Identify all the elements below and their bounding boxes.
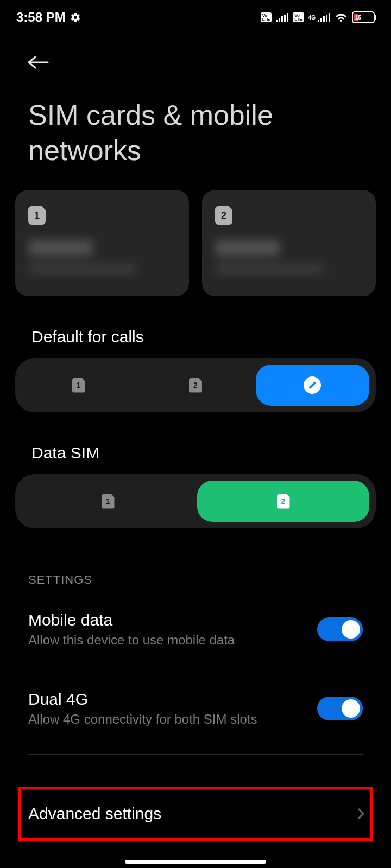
home-indicator[interactable]	[125, 860, 266, 864]
gear-icon	[70, 12, 81, 23]
signal-bars-2	[318, 12, 330, 22]
sim-chip-icon: 2	[215, 206, 232, 225]
data-sim-option-2[interactable]: 2	[197, 481, 369, 522]
sim-icon: 2	[277, 494, 290, 509]
network-type-label: 4G	[308, 15, 316, 21]
data-sim-option-1[interactable]: 1	[22, 481, 194, 522]
sim-card-2-redacted	[215, 240, 363, 275]
back-arrow-icon[interactable]	[27, 54, 50, 71]
dual-4g-toggle[interactable]	[317, 697, 363, 720]
default-calls-option-1[interactable]: 1	[22, 365, 135, 406]
mobile-data-toggle[interactable]	[317, 617, 363, 641]
volte-badge-2: VoLTE	[293, 12, 304, 22]
status-left: 3:58 PM	[16, 10, 81, 25]
sim-card-1[interactable]: 1	[15, 190, 189, 296]
dual-4g-text: Dual 4G Allow 4G connectivity for both S…	[28, 690, 317, 727]
chevron-right-icon	[354, 808, 364, 819]
advanced-settings-title: Advanced settings	[28, 805, 161, 823]
dual-4g-title: Dual 4G	[28, 690, 317, 709]
sim-icon: 1	[102, 494, 115, 509]
default-calls-option-none[interactable]	[256, 365, 369, 406]
volte-badge-1: VoLTE	[261, 12, 272, 22]
wifi-icon	[335, 12, 348, 23]
battery-icon: 15	[352, 11, 375, 23]
dual-4g-desc: Allow 4G connectivity for both SIM slots	[28, 712, 317, 727]
sim-icon: 1	[72, 378, 85, 393]
sim-card-1-redacted	[28, 240, 176, 275]
status-right: VoLTE VoLTE 4G 15	[261, 11, 375, 23]
mobile-data-desc: Allow this device to use mobile data	[28, 633, 317, 648]
no-default-icon	[304, 376, 321, 394]
data-sim-selector: 1 2	[15, 474, 376, 528]
default-calls-selector: 1 2	[15, 358, 376, 412]
dual-4g-row[interactable]: Dual 4G Allow 4G connectivity for both S…	[0, 680, 391, 737]
status-time: 3:58 PM	[16, 10, 66, 25]
divider	[28, 754, 363, 755]
settings-header: SETTINGS	[0, 528, 391, 601]
sim-card-2[interactable]: 2	[202, 190, 376, 296]
advanced-settings-row[interactable]: Advanced settings	[0, 787, 391, 841]
mobile-data-row[interactable]: Mobile data Allow this device to use mob…	[0, 601, 391, 658]
sim-icon: 2	[189, 378, 202, 393]
battery-level: 15	[355, 15, 361, 21]
mobile-data-title: Mobile data	[28, 611, 317, 629]
signal-bars-1	[276, 12, 288, 22]
status-bar: 3:58 PM VoLTE VoLTE 4G 15	[0, 0, 391, 33]
default-calls-option-2[interactable]: 2	[138, 365, 252, 406]
default-calls-label: Default for calls	[0, 296, 391, 358]
data-sim-label: Data SIM	[0, 412, 391, 474]
sim-chip-icon: 1	[28, 206, 46, 225]
sim-cards-row: 1 2	[0, 190, 391, 296]
mobile-data-text: Mobile data Allow this device to use mob…	[28, 611, 317, 648]
page-title: SIM cards & mobile networks	[0, 84, 391, 190]
